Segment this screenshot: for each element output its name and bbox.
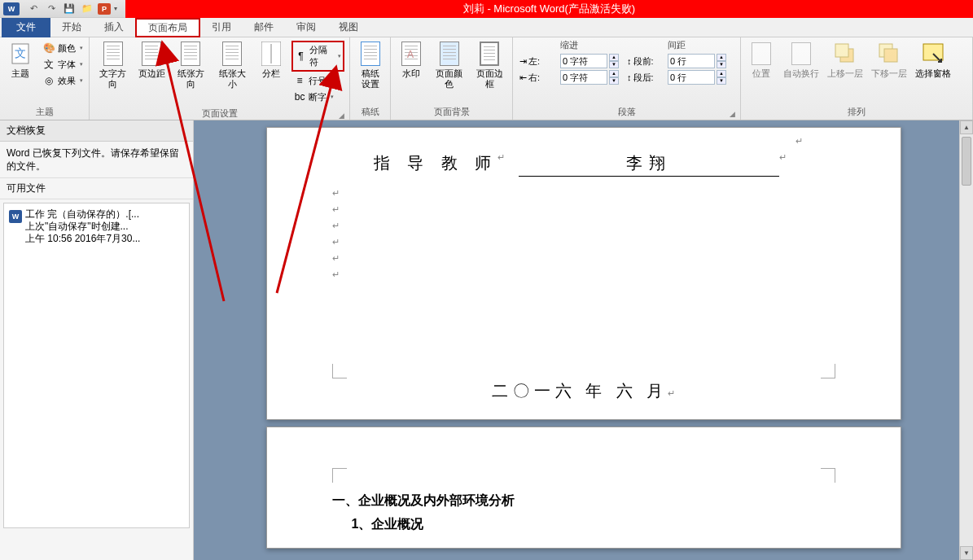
watermark-button[interactable]: A水印 xyxy=(394,39,428,81)
tab-review[interactable]: 审阅 xyxy=(285,18,327,37)
tab-insert[interactable]: 插入 xyxy=(93,18,135,37)
qat-dropdown[interactable]: ▾ xyxy=(114,5,122,12)
group-paper: 稿纸 设置 稿纸 xyxy=(350,37,391,120)
scroll-up-button[interactable]: ▲ xyxy=(960,120,973,134)
space-after-input[interactable] xyxy=(668,70,715,85)
teacher-label: 指 导 教 师 xyxy=(374,152,498,177)
wrap-text-button[interactable]: 自动换行 xyxy=(780,39,822,81)
breaks-icon: ¶ xyxy=(295,50,307,63)
space-after-icon: ↕ xyxy=(627,72,632,82)
spacing-header: 间距 xyxy=(627,39,726,51)
indent-left-input[interactable] xyxy=(560,54,607,68)
paper-settings-button[interactable]: 稿纸 设置 xyxy=(353,39,388,91)
group-theme-label: 主题 xyxy=(3,104,85,120)
forward-icon xyxy=(832,41,858,67)
paper-icon xyxy=(357,41,384,67)
tab-page-layout[interactable]: 页面布局 xyxy=(135,18,200,37)
space-after-down[interactable]: ▼ xyxy=(717,77,726,85)
document-recovery-pane: 文档恢复 Word 已恢复下列文件。请保存希望保留的文件。 可用文件 W 工作 … xyxy=(0,120,194,560)
scroll-thumb[interactable] xyxy=(962,137,971,186)
teacher-name: 李翔 xyxy=(519,152,779,177)
page-border-icon xyxy=(476,41,502,67)
window-title: 刘莉 - Microsoft Word(产品激活失败) xyxy=(125,0,973,18)
group-arrange: 位置 自动换行 上移一层 下移一层 选择窗格 排列 xyxy=(741,37,973,120)
group-paper-label: 稿纸 xyxy=(353,104,387,120)
redo-button[interactable]: ↷ xyxy=(44,2,59,16)
paragraph-launcher[interactable]: ◢ xyxy=(730,110,735,118)
tab-references[interactable]: 引用 xyxy=(200,18,243,37)
theme-effects-button[interactable]: ◎效果▾ xyxy=(41,73,90,88)
scroll-down-button[interactable]: ▼ xyxy=(960,546,973,560)
recovery-item-name: 工作 完（自动保存的）.[... xyxy=(25,208,140,221)
page-border-button[interactable]: 页面边框 xyxy=(471,39,510,91)
theme-colors-button[interactable]: 🎨颜色▾ xyxy=(41,41,90,55)
colors-icon: 🎨 xyxy=(42,42,55,55)
recovery-item-line2: 上次"自动保存"时创建... xyxy=(25,221,140,233)
recovery-message: Word 已恢复下列文件。请保存希望保留的文件。 xyxy=(0,142,193,177)
theme-button[interactable]: 文 主题 xyxy=(3,39,37,81)
orientation-icon xyxy=(178,41,204,67)
space-after-up[interactable]: ▲ xyxy=(717,70,726,77)
indent-left-down[interactable]: ▼ xyxy=(609,61,619,68)
group-paragraph-label: 段落◢ xyxy=(516,104,737,120)
recovery-item[interactable]: W 工作 完（自动保存的）.[... 上次"自动保存"时创建... 上午 10:… xyxy=(7,207,186,247)
undo-button[interactable]: ↶ xyxy=(26,2,41,16)
orientation-button[interactable]: 纸张方向 xyxy=(170,39,210,91)
paper-size-button[interactable]: 纸张大小 xyxy=(213,39,252,91)
margin-corner-bl xyxy=(332,364,347,378)
tab-home[interactable]: 开始 xyxy=(50,18,93,37)
hyphenation-button[interactable]: bc断字▾ xyxy=(291,90,344,104)
space-before-down[interactable]: ▼ xyxy=(717,61,726,68)
space-before-up[interactable]: ▲ xyxy=(717,54,726,61)
indent-right-icon: ⇤ xyxy=(519,72,527,83)
indent-left-icon: ⇥ xyxy=(519,56,527,67)
vertical-scrollbar[interactable]: ▲ ▼ xyxy=(959,120,973,560)
save-button[interactable]: 💾 xyxy=(62,2,77,16)
indent-right-input[interactable] xyxy=(560,70,607,85)
ribbon: 文 主题 🎨颜色▾ 文字体▾ ◎效果▾ 主题 文字方向 页边距 纸张方向 纸张大… xyxy=(0,37,973,120)
powerpoint-icon[interactable]: P xyxy=(98,3,111,15)
document-area[interactable]: ↵ 指 导 教 师 ↵ 李翔 ↵ ↵ ↵ ↵ ↵ ↵ ↵ 二〇一六 年 六 月↵ xyxy=(194,120,973,560)
group-page-setup-label: 页面设置◢ xyxy=(93,106,346,121)
bring-forward-button[interactable]: 上移一层 xyxy=(824,39,866,81)
document-date: 二〇一六 年 六 月↵ xyxy=(316,380,852,402)
line-numbers-button[interactable]: ≡行号▾ xyxy=(291,73,344,88)
margins-button[interactable]: 页边距 xyxy=(134,39,169,81)
word-file-icon: W xyxy=(9,210,22,223)
indent-right-down[interactable]: ▼ xyxy=(609,77,619,85)
group-arrange-label: 排列 xyxy=(744,104,969,120)
text-direction-button[interactable]: 文字方向 xyxy=(93,39,133,91)
margin-corner-tl xyxy=(332,468,347,483)
tab-view[interactable]: 视图 xyxy=(327,18,370,37)
group-paragraph: 缩进 ⇥左:▲▼ ⇤右:▲▼ 间距 ↕段前:▲▼ ↕段后:▲▼ 段落◢ xyxy=(513,37,741,120)
fonts-icon: 文 xyxy=(42,58,55,71)
tab-mailings[interactable]: 邮件 xyxy=(243,18,285,37)
recovery-item-line3: 上午 10:56 2016年7月30... xyxy=(25,233,140,245)
columns-button[interactable]: 分栏 xyxy=(254,39,288,81)
page2-heading2: 1、企业概况 xyxy=(332,516,835,533)
recovery-list: W 工作 完（自动保存的）.[... 上次"自动保存"时创建... 上午 10:… xyxy=(3,203,190,528)
page-color-icon xyxy=(436,41,462,67)
breaks-button[interactable]: ¶分隔符▾ xyxy=(291,41,344,72)
selection-pane-icon xyxy=(920,41,946,67)
page-color-button[interactable]: 页面颜色 xyxy=(430,39,469,91)
svg-rect-7 xyxy=(884,49,897,62)
margin-corner-tr xyxy=(821,468,835,483)
open-button[interactable]: 📁 xyxy=(80,2,94,16)
page2-heading1: 一、企业概况及内外部环境分析 xyxy=(332,492,835,510)
send-backward-button[interactable]: 下移一层 xyxy=(868,39,910,81)
position-button[interactable]: 位置 xyxy=(744,39,778,81)
group-background: A水印 页面颜色 页面边框 页面背景 xyxy=(391,37,513,120)
document-page-2: 一、企业概况及内外部环境分析 1、企业概况 xyxy=(266,427,901,549)
selection-pane-button[interactable]: 选择窗格 xyxy=(912,39,954,81)
theme-fonts-button[interactable]: 文字体▾ xyxy=(41,57,90,72)
word-app-icon: W xyxy=(3,2,20,15)
hyphenation-icon: bc xyxy=(293,90,306,103)
space-before-input[interactable] xyxy=(668,54,715,68)
page-setup-launcher[interactable]: ◢ xyxy=(339,112,344,120)
ribbon-tabs: 文件 开始 插入 页面布局 引用 邮件 审阅 视图 xyxy=(0,18,973,37)
tab-file[interactable]: 文件 xyxy=(2,18,50,37)
indent-left-up[interactable]: ▲ xyxy=(609,54,619,61)
indent-right-up[interactable]: ▲ xyxy=(609,70,619,77)
margins-icon xyxy=(138,41,164,67)
